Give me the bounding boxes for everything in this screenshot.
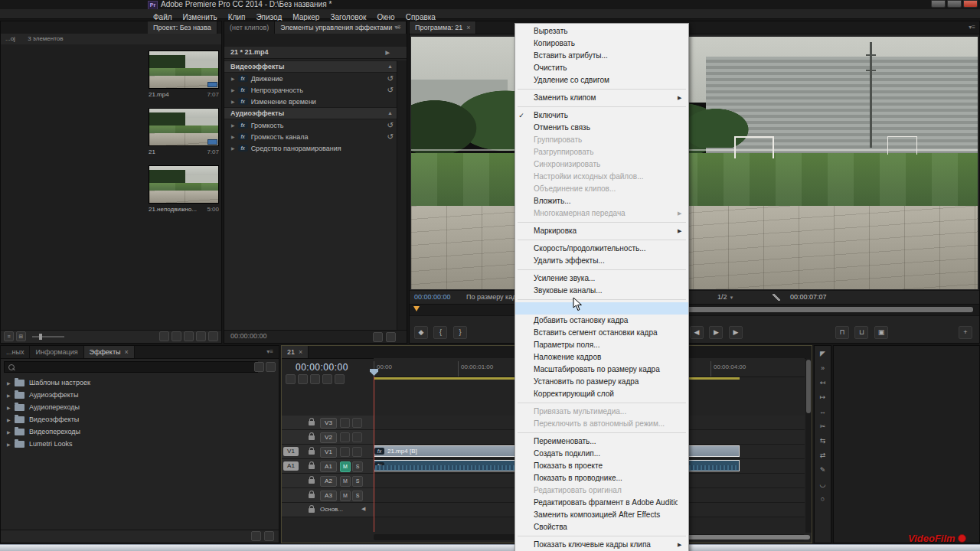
loop-icon[interactable] bbox=[386, 332, 396, 342]
lock-icon[interactable] bbox=[309, 435, 315, 440]
effect-row[interactable]: ▶ fx Громкость канала ↺ bbox=[224, 131, 397, 142]
mute-button[interactable]: М bbox=[340, 476, 351, 487]
add-marker-icon[interactable] bbox=[322, 374, 332, 384]
linked-selection-icon[interactable] bbox=[310, 374, 320, 384]
tab-effect-controls[interactable]: (нет клипов)× bbox=[224, 21, 275, 34]
program-timecode[interactable]: 00:00:00:00 bbox=[414, 293, 451, 301]
track-badge[interactable]: V1 bbox=[320, 447, 337, 458]
disclosure-icon[interactable]: ▶ bbox=[7, 417, 15, 422]
context-menu-item[interactable]: ✓ Редактировать оригинал ▶ bbox=[515, 484, 688, 497]
track-visibility-icon[interactable] bbox=[352, 447, 362, 457]
tool-icon[interactable]: ⇄ bbox=[816, 449, 829, 462]
folder-name[interactable]: Lumetri Looks bbox=[29, 440, 73, 448]
button-editor-icon[interactable]: + bbox=[959, 326, 972, 339]
play-only-audio-icon[interactable] bbox=[373, 332, 383, 342]
master-nav-icon[interactable]: ◀ bbox=[361, 506, 365, 512]
context-menu-item[interactable]: ✓ Отменить связь ▶ bbox=[515, 122, 688, 134]
context-menu-item[interactable]: ✓ Настройки исходных файлов... ▶ bbox=[515, 171, 688, 183]
disclosure-icon[interactable]: ▶ bbox=[7, 405, 15, 410]
playhead-marker-icon[interactable] bbox=[413, 306, 420, 311]
project-clip[interactable]: 21.неподвижно... 5:00 bbox=[149, 165, 219, 222]
effect-row[interactable]: ▶ fx Изменение времени ↺ bbox=[224, 96, 397, 107]
maximize-button[interactable] bbox=[947, 0, 962, 8]
timeline-vertical-scrollbar[interactable] bbox=[805, 358, 812, 533]
disclosure-icon[interactable]: ▶ bbox=[231, 145, 235, 151]
effects-folder-row[interactable]: ▶ Аудиоэффекты bbox=[1, 389, 279, 401]
video-effects-header[interactable]: Видеоэффекты ▲ bbox=[224, 60, 397, 73]
context-menu-item[interactable]: ✓ Масштабировать по размеру кадра ▶ bbox=[515, 364, 688, 376]
mark-out-icon[interactable]: } bbox=[453, 326, 467, 339]
context-menu-item[interactable]: ✓ Корректирующий слой ▶ bbox=[515, 388, 688, 400]
close-icon[interactable]: × bbox=[299, 348, 302, 356]
effects-folder-row[interactable]: ▶ Видеоэффекты bbox=[1, 413, 279, 425]
fx-icon[interactable]: fx bbox=[238, 98, 248, 105]
source-patch[interactable]: V1 bbox=[283, 447, 299, 456]
icon-view-icon[interactable]: ⊞ bbox=[16, 331, 26, 341]
context-menu-item[interactable]: ✓ Включить ▶ bbox=[515, 109, 688, 122]
export-frame-icon[interactable]: ▣ bbox=[874, 326, 888, 339]
lock-icon[interactable] bbox=[309, 508, 315, 513]
track-badge[interactable]: V2 bbox=[320, 432, 337, 443]
project-clip[interactable]: 21.mp4 7:07 bbox=[149, 51, 219, 107]
track-visibility-icon[interactable] bbox=[352, 418, 362, 428]
reset-icon[interactable]: ↺ bbox=[387, 122, 394, 129]
context-menu-item[interactable]: ✓ Многокамерная передача ▶ bbox=[515, 207, 688, 220]
folder-name[interactable]: Шаблоны настроек bbox=[29, 379, 90, 386]
close-icon[interactable]: × bbox=[466, 24, 470, 31]
effect-name[interactable]: Движение bbox=[251, 75, 283, 83]
context-menu-item[interactable]: ✓ Параметры поля... ▶ bbox=[515, 339, 688, 351]
program-zoom-scrollbar[interactable] bbox=[685, 307, 973, 312]
mute-button[interactable]: М bbox=[340, 461, 351, 472]
solo-button[interactable]: S bbox=[352, 491, 363, 501]
disclosure-icon[interactable]: ▶ bbox=[231, 134, 235, 139]
tool-icon[interactable]: ↤ bbox=[816, 377, 829, 390]
effect-name[interactable]: Громкость канала bbox=[251, 133, 309, 141]
tool-icon[interactable]: ✂ bbox=[816, 420, 829, 433]
tool-icon[interactable]: ○ bbox=[816, 493, 829, 506]
play-icon[interactable]: ▶ bbox=[709, 326, 723, 339]
solo-button[interactable]: S bbox=[352, 476, 363, 487]
project-clip[interactable]: 21 7:07 bbox=[149, 108, 219, 165]
clip-name[interactable]: 21.mp4 bbox=[149, 91, 169, 98]
source-patch[interactable]: A1 bbox=[283, 461, 299, 471]
context-menu-item[interactable]: ✓ Заменить клипом ▶ bbox=[515, 92, 688, 104]
context-menu-item[interactable]: ✓ Разгруппировать ▶ bbox=[515, 146, 688, 158]
find-icon[interactable] bbox=[172, 331, 181, 341]
step-back-icon[interactable]: ◀ bbox=[690, 326, 704, 339]
ecp-timeline-toggle-icon[interactable]: ▶ bbox=[386, 47, 390, 58]
close-icon[interactable]: × bbox=[124, 348, 128, 356]
mark-in-icon[interactable]: { bbox=[433, 326, 447, 339]
context-menu-item[interactable]: ✓ Показать в проводнике... ▶ bbox=[515, 472, 688, 484]
effect-row[interactable]: ▶ fx Средство панорамирования ↺ bbox=[224, 142, 397, 154]
context-menu-item[interactable]: ✓ ▶ bbox=[515, 220, 688, 225]
search-input[interactable] bbox=[18, 362, 257, 372]
tab-project[interactable]: Проект: Без назва bbox=[148, 21, 217, 34]
effects-folder-row[interactable]: ▶ Аудиопереходы bbox=[1, 401, 279, 413]
context-menu-item[interactable]: ✓ Вставить сегмент остановки кадра ▶ bbox=[515, 327, 688, 339]
context-menu-item[interactable]: ✓ Копировать ▶ bbox=[515, 37, 688, 50]
collapse-icon[interactable]: ▲ bbox=[387, 108, 393, 119]
context-menu-item[interactable]: ✓ Привязать мультимедиа... ▶ bbox=[515, 406, 688, 418]
context-menu-item[interactable]: ✓ Синхронизировать ▶ bbox=[515, 158, 688, 171]
panel-menu-icon[interactable]: ▾≡ bbox=[390, 21, 405, 34]
effect-name[interactable]: Изменение времени bbox=[251, 98, 316, 106]
tab-effects-browser[interactable]: Эффекты× bbox=[84, 346, 135, 358]
context-menu-item[interactable]: ✓ Группировать ▶ bbox=[515, 134, 688, 146]
tab-effects-browser[interactable]: ...ных× bbox=[1, 346, 30, 358]
track-badge[interactable]: A1 bbox=[320, 461, 337, 472]
context-menu-item[interactable]: ✓ Очистить ▶ bbox=[515, 62, 688, 74]
track-badge[interactable]: V3 bbox=[320, 418, 337, 429]
tab-program[interactable]: Программа: 21× bbox=[410, 21, 476, 34]
context-menu-item[interactable]: ✓ Удалить эффекты... ▶ bbox=[515, 255, 688, 267]
context-menu-item[interactable]: ✓ Создать подклип... ▶ bbox=[515, 448, 688, 460]
tool-icon[interactable]: ◡ bbox=[816, 478, 829, 491]
context-menu-item[interactable]: ✓ Звуковые каналы... ▶ bbox=[515, 285, 688, 297]
context-menu-item[interactable]: ✓ ▶ bbox=[515, 430, 688, 435]
disclosure-icon[interactable]: ▶ bbox=[7, 442, 15, 447]
lock-icon[interactable] bbox=[309, 479, 315, 484]
context-menu-item[interactable]: ✓ Вставить атрибуты... ▶ bbox=[515, 50, 688, 62]
effect-name[interactable]: Непрозрачность bbox=[251, 86, 303, 94]
lift-icon[interactable]: ⊓ bbox=[835, 326, 849, 339]
new-bin-icon[interactable] bbox=[184, 331, 194, 341]
fx-icon[interactable]: fx bbox=[238, 75, 248, 82]
